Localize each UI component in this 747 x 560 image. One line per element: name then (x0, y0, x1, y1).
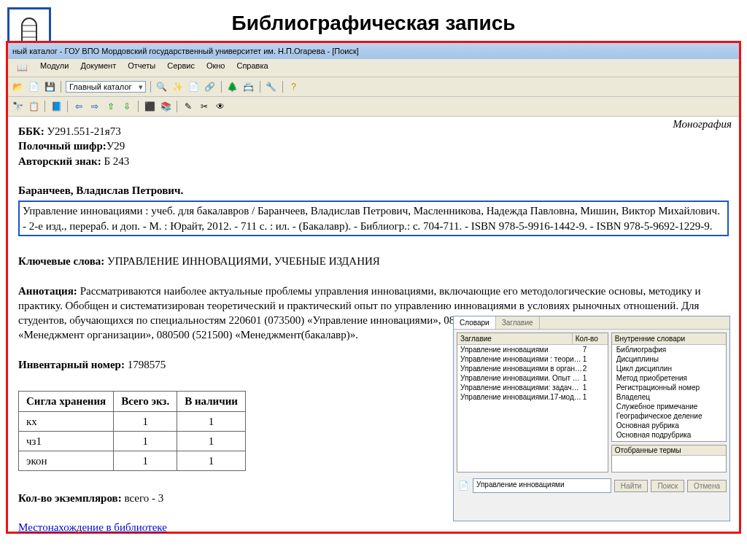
list-item[interactable]: Цикл дисциплин (612, 364, 726, 373)
window-title: ный каталог - ГОУ ВПО Мордовский государ… (12, 47, 359, 55)
view-icon[interactable]: 👁 (214, 100, 227, 113)
list-item[interactable]: Библиография (612, 345, 726, 354)
books-icon[interactable]: 📚 (159, 100, 172, 113)
location-link[interactable]: Местонахождение в библиотеке (18, 521, 167, 533)
author-sign-value: Б 243 (104, 155, 129, 167)
binoculars-icon[interactable]: 🔭 (11, 100, 24, 113)
shelf-value: У29 (107, 140, 125, 152)
window-titlebar: ный каталог - ГОУ ВПО Мордовский государ… (8, 43, 739, 59)
record-type: Монография (673, 117, 732, 131)
holdings-header-available: В наличии (177, 392, 246, 411)
book-icon[interactable]: 📘 (50, 100, 63, 113)
list-item: Управление инновациями в организ...2 (457, 364, 608, 373)
inventory-label: Инвентарный номер: (18, 359, 125, 370)
holdings-header-location: Сигла хранения (19, 392, 114, 411)
screenshot-frame: ный каталог - ГОУ ВПО Мордовский государ… (6, 41, 741, 534)
open-icon[interactable]: 📂 (11, 80, 24, 93)
list-item: Управление инновациями : теория ...1 (457, 354, 608, 364)
term-doc-icon[interactable]: 📄 (457, 479, 470, 492)
find-button[interactable]: Найти (614, 480, 649, 492)
list-item[interactable]: Дисциплины (612, 354, 726, 364)
stop-icon[interactable]: ⬛ (143, 100, 156, 113)
card-icon[interactable]: 📇 (242, 80, 255, 93)
nav-up-icon[interactable]: ⇧ (104, 100, 117, 113)
menu-window[interactable]: Окно (202, 61, 230, 75)
menu-service[interactable]: Сервис (163, 61, 199, 75)
keywords-label: Ключевые слова: (18, 255, 104, 267)
menu-help[interactable]: Справка (232, 61, 272, 75)
tree-icon[interactable]: 🌲 (226, 80, 239, 93)
bbk-label: ББК: (18, 125, 44, 137)
doc-icon[interactable]: 📄 (27, 80, 40, 93)
search-icon[interactable]: 🔍 (155, 80, 169, 93)
toolbar-2: 🔭 📋 📘 ⇦ ⇨ ⇧ ⇩ ⬛ 📚 ✎ ✂ 👁 (8, 97, 739, 117)
menu-document[interactable]: Документ (76, 61, 120, 75)
list-item[interactable]: Основная подрубрика (612, 430, 726, 440)
internal-dictionaries-list[interactable]: Внутренние словари Библиография Дисципли… (611, 332, 727, 442)
search-term-input[interactable]: Управление инновациями (473, 478, 611, 493)
edit-icon[interactable]: ✎ (182, 100, 195, 113)
link-icon[interactable]: 🔗 (204, 80, 217, 93)
menubar: 📖 Модули Документ Отчеты Сервис Окно Спр… (8, 59, 739, 77)
keywords-value: УПРАВЛЕНИЕ ИННОВАЦИЯМИ, УЧЕБНЫЕ ИЗДАНИЯ (107, 255, 380, 267)
table-row: кх11 (19, 411, 246, 431)
holdings-header-total: Всего экз. (114, 392, 177, 411)
menu-modules[interactable]: Модули (36, 61, 73, 75)
table-row: чз111 (19, 431, 246, 451)
dictionary-panel: Словари Заглавие ЗаглавиеКол-во Управлен… (453, 316, 730, 521)
search-button[interactable]: Поиск (651, 480, 684, 492)
slide-title: Библиографическая запись (0, 0, 747, 41)
list-item[interactable]: Регистрационный номер (612, 383, 726, 392)
list-item: Управление инновациями: задачи и ...1 (457, 383, 608, 392)
title-highlight-frame: Управление инновациями : учеб. для бакал… (18, 201, 729, 236)
list-item: Управление инновациями7 (457, 345, 608, 354)
list-item[interactable]: Служебное примечание (612, 402, 726, 411)
shelf-label: Полочный шифр: (18, 140, 107, 152)
list-item[interactable]: Метод приобретения (612, 373, 726, 383)
menu-reports[interactable]: Отчеты (123, 61, 160, 75)
wand-icon[interactable]: ✨ (171, 80, 185, 93)
doc2-icon[interactable]: 📄 (187, 80, 201, 93)
list-icon[interactable]: 📋 (27, 100, 40, 113)
nav-back-icon[interactable]: ⇦ (72, 100, 85, 113)
inventory-value: 1798575 (128, 359, 166, 370)
holdings-table: Сигла хранения Всего экз. В наличии кх11… (18, 391, 246, 471)
table-row: экон11 (19, 451, 246, 471)
author-sign-label: Авторский знак: (18, 155, 101, 167)
list-item[interactable]: Другие авторы (612, 440, 726, 442)
list-item[interactable]: Владелец (612, 392, 726, 402)
annotation-label: Аннотация: (18, 285, 77, 297)
list-item: Управление инновациями.17-модул...1 (457, 392, 608, 402)
copies-label: Кол-во экземпляров: (18, 492, 122, 504)
help-icon[interactable]: ? (287, 80, 301, 93)
app-icon: 📖 (11, 61, 33, 75)
tab-title[interactable]: Заглавие (496, 316, 540, 329)
author-heading: Баранчеев, Владислав Петрович. (18, 184, 183, 196)
nav-down-icon[interactable]: ⇩ (120, 100, 133, 113)
catalog-selector[interactable]: Главный каталог (66, 81, 146, 93)
cancel-button[interactable]: Отмена (687, 480, 727, 492)
tab-dictionaries[interactable]: Словари (454, 316, 496, 329)
toolbar-1: 📂 📄 💾 Главный каталог 🔍 ✨ 📄 🔗 🌲 📇 🔧 ? (8, 77, 739, 97)
copies-value: всего - 3 (124, 492, 163, 504)
bbk-value: У291.551-21я73 (47, 125, 120, 137)
terms-list[interactable]: ЗаглавиеКол-во Управление инновациями7 У… (457, 332, 608, 472)
selected-terms-box: Отобранные термы (611, 445, 727, 472)
list-item[interactable]: Основная рубрика (612, 421, 726, 430)
cut-icon[interactable]: ✂ (198, 100, 211, 113)
save-icon[interactable]: 💾 (43, 80, 56, 93)
list-item: Управление инновациями. Опыт ве...1 (457, 373, 608, 383)
tool-icon[interactable]: 🔧 (265, 80, 278, 93)
nav-fwd-icon[interactable]: ⇨ (88, 100, 101, 113)
list-item[interactable]: Географическое деление (612, 411, 726, 421)
bibliographic-description: Управление инновациями : учеб. для бакал… (23, 205, 720, 231)
